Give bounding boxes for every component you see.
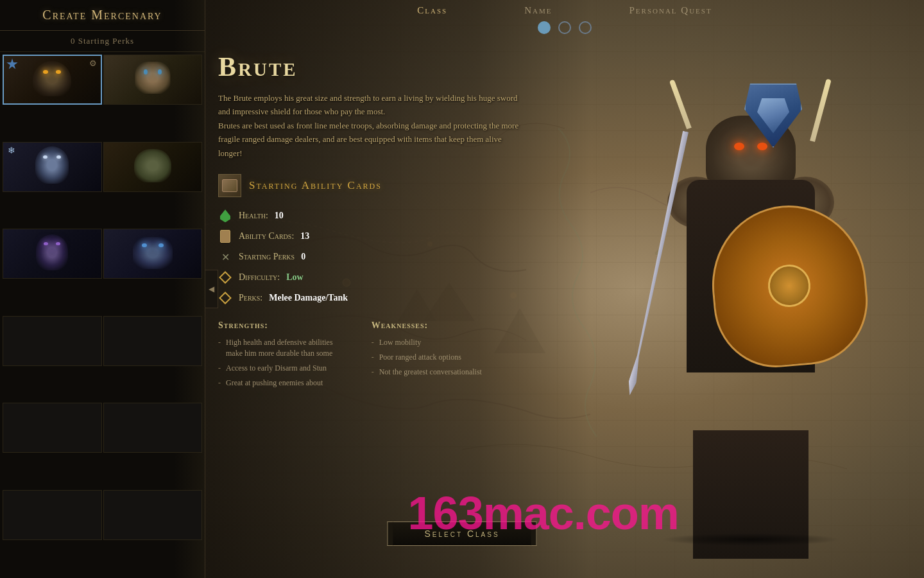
- horn-right: [810, 78, 832, 142]
- weaknesses-list: Low mobility Poor ranged attack options …: [372, 337, 482, 377]
- nav-dot-2[interactable]: [558, 21, 571, 34]
- watermark: 163mac.com: [408, 487, 679, 539]
- brute-eye-right: [757, 143, 767, 150]
- character-grid: ⚙ ❄: [0, 52, 205, 578]
- char-card-beast[interactable]: [103, 229, 203, 279]
- strengths-title: Strengths:: [218, 320, 333, 331]
- perks-icon: [218, 291, 232, 305]
- horn-left: [669, 79, 692, 129]
- ability-section: Starting Ability Cards: [218, 174, 590, 197]
- stat-perks: Perks: Melee Damage/Tank: [218, 291, 590, 305]
- weaknesses-title: Weaknesses:: [372, 320, 482, 331]
- nav-dots: [538, 21, 592, 34]
- badge-star: [6, 58, 18, 70]
- brute-sword: [620, 129, 696, 397]
- char-card-empty-1[interactable]: [3, 316, 102, 366]
- sidebar: Create Mercenary 0 Starting Perks ⚙ ❄: [0, 0, 205, 578]
- perks-label: Perks:: [239, 293, 262, 303]
- card-icon: [218, 229, 232, 243]
- stat-starting-perks: ✕ Starting Perks 0: [218, 250, 590, 264]
- char-card-empty-5[interactable]: [3, 490, 102, 540]
- char-card-shadow[interactable]: [3, 229, 102, 279]
- strengths-column: Strengths: High health and defensive abi…: [218, 320, 333, 388]
- nav-dot-3[interactable]: [579, 21, 592, 34]
- brute-eyes: [734, 143, 767, 150]
- nav-dot-1[interactable]: [538, 21, 551, 34]
- strengths-list: High health and defensive abilitiesmake …: [218, 337, 333, 388]
- stats-list: Health: 10 Ability Cards: 13 ✕ Starting …: [218, 209, 590, 305]
- ability-cards-label: Ability Cards:: [239, 231, 294, 241]
- nav-step-personal-quest[interactable]: Personal Quest: [629, 5, 712, 16]
- char-card-orc[interactable]: [103, 142, 203, 192]
- starting-perks-stat-value: 0: [301, 252, 305, 262]
- health-value: 10: [275, 211, 284, 221]
- weakness-item-2: Poor ranged attack options: [372, 352, 482, 363]
- gear-icon: ⚙: [88, 58, 98, 69]
- sidebar-title: Create Mercenary: [0, 0, 205, 31]
- stat-ability-cards: Ability Cards: 13: [218, 229, 590, 243]
- strength-item-3: Great at pushing enemies about: [218, 378, 333, 389]
- char-card-empty-4[interactable]: [103, 403, 203, 453]
- svg-text:♠: ♠: [257, 387, 264, 401]
- top-navigation: Class Name Personal Quest: [205, 0, 924, 48]
- char-card-empty-3[interactable]: [3, 403, 102, 453]
- difficulty-value: Low: [286, 272, 303, 283]
- class-description: The Brute employs his great size and str…: [218, 91, 526, 160]
- health-icon: [218, 209, 232, 223]
- strengths-weaknesses-container: Strengths: High health and defensive abi…: [218, 320, 590, 388]
- main-content: Brute The Brute employs his great size a…: [218, 51, 590, 388]
- ground-shadow: [661, 533, 841, 546]
- ability-cards-value: 13: [300, 231, 309, 241]
- collapse-button[interactable]: ◀: [205, 270, 218, 308]
- class-title: Brute: [218, 51, 590, 82]
- char-card-brute[interactable]: ⚙: [3, 55, 102, 105]
- weakness-item-1: Low mobility: [372, 337, 482, 348]
- starting-perks-label: 0 Starting Perks: [0, 31, 205, 52]
- stat-health: Health: 10: [218, 209, 590, 223]
- difficulty-label: Difficulty:: [239, 272, 280, 283]
- nav-step-name[interactable]: Name: [524, 5, 552, 16]
- ability-section-title: Starting Ability Cards: [249, 179, 382, 192]
- char-card-golem[interactable]: [103, 55, 203, 105]
- starting-perks-stat-label: Starting Perks: [239, 252, 295, 262]
- health-label: Health:: [239, 211, 268, 221]
- nav-steps: Class Name Personal Quest: [417, 0, 712, 19]
- difficulty-icon: [218, 270, 232, 285]
- swords-icon: ✕: [218, 250, 232, 264]
- nav-step-class[interactable]: Class: [417, 5, 447, 16]
- badge-snowflake: ❄: [6, 145, 17, 157]
- strength-item-2: Access to early Disarm and Stun: [218, 363, 333, 374]
- stat-difficulty: Difficulty: Low: [218, 270, 590, 285]
- strength-item-1: High health and defensive abilitiesmake …: [218, 337, 333, 359]
- perks-value: Melee Damage/Tank: [269, 293, 348, 303]
- brute-eye-left: [734, 143, 744, 150]
- weaknesses-column: Weaknesses: Low mobility Poor ranged att…: [372, 320, 482, 388]
- weakness-item-3: Not the greatest conversationalist: [372, 367, 482, 378]
- char-card-mage[interactable]: ❄: [3, 142, 102, 192]
- ability-cards-icon: [218, 174, 241, 197]
- char-card-empty-6[interactable]: [103, 490, 203, 540]
- char-card-empty-2[interactable]: [103, 316, 203, 366]
